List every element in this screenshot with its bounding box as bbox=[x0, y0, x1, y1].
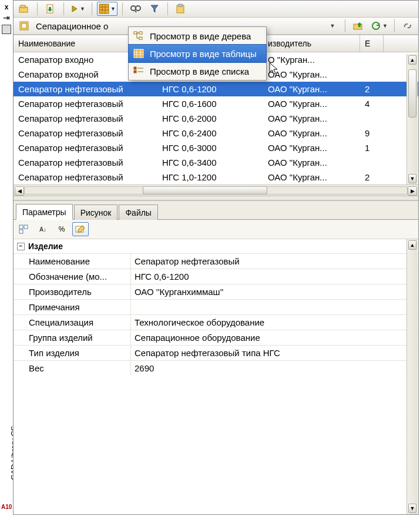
prop-value: Технологическое оборудование bbox=[131, 315, 418, 330]
pin-icon[interactable]: ⇥ bbox=[3, 13, 10, 22]
link-button[interactable] bbox=[399, 19, 416, 33]
scroll-right-icon[interactable]: ▶ bbox=[408, 186, 417, 196]
cell-extra: 1 bbox=[360, 140, 384, 155]
dock-strip: x ⇥ bbox=[1, 4, 12, 34]
view-mode-menu: Просмотр в виде дереваПросмотр в виде та… bbox=[128, 26, 267, 81]
prop-group-label: Изделие bbox=[28, 242, 63, 251]
cell-extra bbox=[360, 67, 384, 82]
scroll-up-icon[interactable]: ▲ bbox=[408, 55, 416, 65]
table-row[interactable]: Сепаратор нефтегазовыйНГС 0,6-3000ОАО "К… bbox=[14, 140, 418, 155]
scroll-left-icon[interactable]: ◀ bbox=[15, 186, 24, 196]
cell-maker: ОАО "Курган... bbox=[263, 67, 360, 82]
prop-key: Специализация bbox=[14, 315, 131, 330]
cell-maker: ОАО "Курган... bbox=[263, 126, 360, 140]
cell-maker: ОАО "Курган... bbox=[263, 140, 360, 155]
scroll-up-icon[interactable]: ▲ bbox=[408, 240, 416, 250]
close-icon[interactable]: x bbox=[5, 4, 9, 11]
col-header-maker[interactable]: изводитель bbox=[263, 35, 360, 52]
scroll-down-icon[interactable]: ▼ bbox=[408, 174, 416, 183]
tab-Рисунок[interactable]: Рисунок bbox=[74, 205, 118, 220]
tree-view-icon bbox=[132, 30, 145, 42]
svg-rect-14 bbox=[22, 24, 26, 28]
tab-Файлы[interactable]: Файлы bbox=[119, 205, 157, 220]
table-row[interactable]: Сепаратор нефтегазовыйНГС 1,0-1200ОАО "К… bbox=[14, 170, 418, 185]
cell-name: Сепаратор нефтегазовый bbox=[14, 155, 157, 170]
col-header-extra[interactable]: Е bbox=[360, 35, 384, 52]
svg-rect-18 bbox=[24, 225, 28, 229]
propgrid-vertical-scrollbar[interactable]: ▲ ▼ bbox=[406, 239, 418, 514]
prop-value: 2690 bbox=[131, 361, 418, 376]
prop-value: Сепаратор нефтегазовый типа НГС bbox=[131, 346, 418, 360]
cell-maker: ОАО "Курган... bbox=[263, 96, 360, 111]
scroll-thumb-h[interactable] bbox=[143, 186, 267, 195]
grid-vertical-scrollbar[interactable]: ▲ ▼ bbox=[406, 54, 418, 185]
svg-rect-22 bbox=[139, 32, 142, 34]
scroll-down-icon[interactable]: ▼ bbox=[408, 504, 416, 513]
cell-maker: ОАО "Курган... bbox=[263, 82, 360, 96]
cell-maker: О "Курган... bbox=[263, 52, 360, 67]
up-folder-button[interactable] bbox=[350, 19, 367, 33]
prop-row[interactable]: ПроизводительОАО ''Курганхиммаш'' bbox=[14, 284, 418, 299]
grid-horizontal-scrollbar[interactable]: ◀ ▶ bbox=[14, 185, 418, 196]
svg-line-10 bbox=[135, 11, 136, 12]
view-mode-button[interactable]: ▼ bbox=[97, 2, 117, 16]
menu-item-list[interactable]: Просмотр в виде списка bbox=[129, 62, 266, 80]
cell-extra bbox=[360, 52, 384, 67]
refresh-button[interactable]: ▼ bbox=[369, 19, 389, 33]
svg-rect-19 bbox=[19, 230, 23, 233]
prop-row[interactable]: НаименованиеСепаратор нефтегазовый bbox=[14, 253, 418, 269]
menu-item-tree[interactable]: Просмотр в виде дерева bbox=[129, 27, 266, 45]
list-view-icon bbox=[132, 65, 145, 77]
categorize-button[interactable] bbox=[16, 222, 32, 236]
prop-row[interactable]: Обозначение (мо...НГС 0,6-1200 bbox=[14, 269, 418, 284]
cell-extra bbox=[360, 155, 384, 170]
cell-name: Сепаратор нефтегазовый bbox=[14, 96, 157, 111]
cell-extra: 4 bbox=[360, 96, 384, 111]
table-row[interactable]: Сепаратор нефтегазовыйНГС 0,6-1200ОАО "К… bbox=[14, 82, 418, 96]
sort-az-button[interactable]: A↓ bbox=[35, 222, 51, 236]
edit-props-button[interactable] bbox=[72, 222, 89, 236]
export-button[interactable] bbox=[42, 2, 59, 16]
prop-row[interactable]: Тип изделияСепаратор нефтегазовый типа Н… bbox=[14, 345, 418, 360]
menu-item-table[interactable]: Просмотр в виде таблицы bbox=[128, 44, 267, 63]
table-row[interactable]: Сепаратор нефтегазовыйНГС 0,6-2000ОАО "К… bbox=[14, 111, 418, 126]
svg-point-9 bbox=[136, 6, 140, 11]
cell-extra bbox=[360, 111, 384, 126]
cell-extra: 9 bbox=[360, 126, 384, 140]
scroll-thumb[interactable] bbox=[408, 69, 416, 118]
cell-extra: 2 bbox=[360, 170, 384, 185]
svg-rect-1 bbox=[21, 5, 25, 8]
play-button[interactable]: ▼ bbox=[69, 2, 87, 16]
prop-row[interactable]: Примечания bbox=[14, 299, 418, 314]
cell-maker: ОАО "Курган... bbox=[263, 111, 360, 126]
svg-rect-29 bbox=[134, 67, 136, 69]
paste-button[interactable] bbox=[173, 2, 189, 16]
prop-key: Наименование bbox=[14, 254, 131, 269]
breadcrumb-dropdown[interactable]: ▼ bbox=[324, 19, 340, 33]
tab-Параметры[interactable]: Параметры bbox=[16, 204, 73, 220]
prop-row[interactable]: Группа изделийСепарационное оборудование bbox=[14, 330, 418, 345]
percent-button[interactable]: % bbox=[53, 222, 70, 236]
splitter[interactable] bbox=[14, 196, 418, 200]
menu-item-label: Просмотр в виде таблицы bbox=[150, 49, 257, 59]
panel-icon[interactable] bbox=[2, 25, 11, 34]
find-button[interactable] bbox=[127, 2, 144, 16]
svg-rect-21 bbox=[134, 32, 137, 34]
cell-model: НГС 1,0-1200 bbox=[157, 170, 263, 185]
collapse-icon[interactable]: − bbox=[17, 243, 25, 250]
cell-model: НГС 0,6-2400 bbox=[157, 126, 263, 140]
prop-row[interactable]: СпециализацияТехнологическое оборудовани… bbox=[14, 314, 418, 330]
svg-rect-31 bbox=[134, 71, 136, 73]
prop-key: Производитель bbox=[14, 284, 131, 299]
left-badge: A10 bbox=[1, 504, 12, 510]
prop-value bbox=[131, 300, 418, 314]
open-button[interactable] bbox=[16, 2, 32, 16]
prop-group-header[interactable]: − Изделие bbox=[14, 239, 418, 253]
prop-row[interactable]: Вес2690 bbox=[14, 360, 418, 376]
table-row[interactable]: Сепаратор нефтегазовыйНГС 0,6-1600ОАО "К… bbox=[14, 96, 418, 111]
table-row[interactable]: Сепаратор нефтегазовыйНГС 0,6-3400ОАО "К… bbox=[14, 155, 418, 170]
filter-button[interactable] bbox=[146, 2, 163, 16]
cell-model: НГС 0,6-3400 bbox=[157, 155, 263, 170]
sidebar-title: CAD Library CS bbox=[0, 404, 12, 487]
table-row[interactable]: Сепаратор нефтегазовыйНГС 0,6-2400ОАО "К… bbox=[14, 126, 418, 140]
